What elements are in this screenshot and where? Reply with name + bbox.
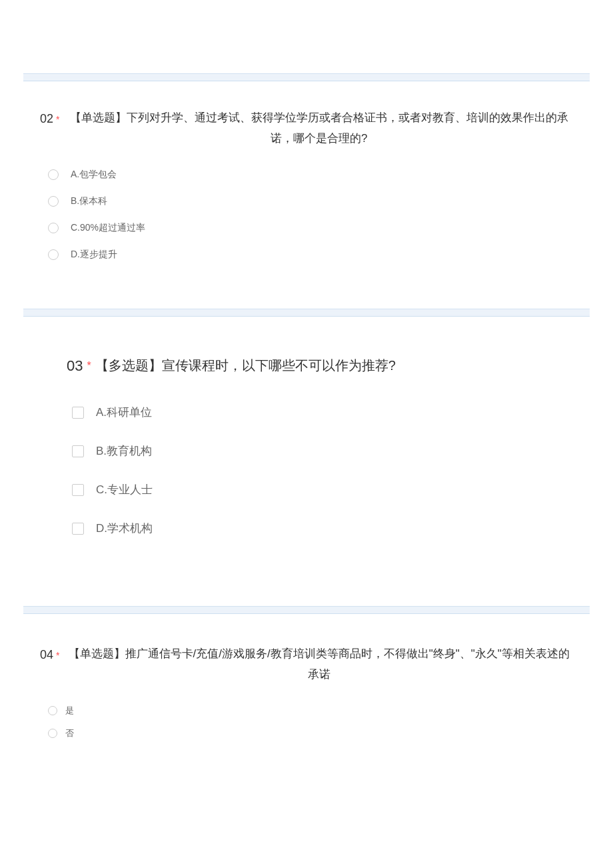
option-label: 否 (65, 727, 74, 739)
section-divider (23, 606, 590, 614)
option-label: B.保本科 (71, 195, 107, 207)
option-q2-a[interactable]: A.包学包会 (48, 169, 573, 181)
checkbox-icon (72, 407, 84, 419)
option-q2-b[interactable]: B.保本科 (48, 195, 573, 207)
question-02-number: 02* (40, 108, 62, 129)
question-04: 04* 【单选题】推广通信号卡/充值/游戏服务/教育培训类等商品时，不得做出"终… (0, 614, 613, 783)
question-04-title: 【单选题】推广通信号卡/充值/游戏服务/教育培训类等商品时，不得做出"终身"、"… (65, 644, 573, 685)
required-asterisk-icon: * (87, 360, 91, 372)
option-q3-c[interactable]: C.专业人士 (72, 482, 546, 497)
radio-icon (48, 169, 59, 180)
question-03-title: 【多选题】宣传课程时，以下哪些不可以作为推荐? (95, 357, 396, 375)
option-q4-no[interactable]: 否 (48, 727, 573, 739)
option-label: 是 (65, 705, 74, 717)
checkbox-icon (72, 523, 84, 535)
question-02-title: 【单选题】下列对升学、通过考试、获得学位学历或者合格证书，或者对教育、培训的效果… (65, 108, 573, 149)
question-02: 02* 【单选题】下列对升学、通过考试、获得学位学历或者合格证书，或者对教育、培… (0, 81, 613, 309)
option-q3-d[interactable]: D.学术机构 (72, 521, 546, 536)
question-03: 03 * 【多选题】宣传课程时，以下哪些不可以作为推荐? A.科研单位 B.教育… (0, 317, 613, 606)
question-04-header: 04* 【单选题】推广通信号卡/充值/游戏服务/教育培训类等商品时，不得做出"终… (40, 644, 573, 685)
option-q3-a[interactable]: A.科研单位 (72, 405, 546, 420)
section-divider (23, 309, 590, 317)
question-04-options: 是 否 (40, 705, 573, 739)
question-02-options: A.包学包会 B.保本科 C.90%超过通过率 D.逐步提升 (40, 169, 573, 261)
option-q3-b[interactable]: B.教育机构 (72, 443, 546, 459)
radio-icon (48, 223, 59, 233)
radio-icon (48, 196, 59, 207)
checkbox-icon (72, 484, 84, 496)
question-04-number: 04* (40, 644, 62, 665)
required-asterisk-icon: * (56, 114, 59, 125)
option-q4-yes[interactable]: 是 (48, 705, 573, 717)
required-asterisk-icon: * (56, 650, 59, 661)
option-label: A.科研单位 (96, 405, 152, 420)
question-02-header: 02* 【单选题】下列对升学、通过考试、获得学位学历或者合格证书，或者对教育、培… (40, 108, 573, 149)
option-label: C.90%超过通过率 (71, 222, 145, 234)
radio-icon (48, 706, 57, 715)
section-divider (23, 73, 590, 81)
question-03-options: A.科研单位 B.教育机构 C.专业人士 D.学术机构 (67, 405, 546, 536)
option-q2-d[interactable]: D.逐步提升 (48, 249, 573, 261)
checkbox-icon (72, 445, 84, 457)
radio-icon (48, 729, 57, 738)
radio-icon (48, 249, 59, 260)
option-label: D.逐步提升 (71, 249, 117, 261)
question-03-number: 03 (67, 357, 83, 375)
option-label: B.教育机构 (96, 443, 152, 459)
option-label: D.学术机构 (96, 521, 153, 536)
option-label: A.包学包会 (71, 169, 117, 181)
option-label: C.专业人士 (96, 482, 153, 497)
question-03-header: 03 * 【多选题】宣传课程时，以下哪些不可以作为推荐? (67, 357, 546, 375)
option-q2-c[interactable]: C.90%超过通过率 (48, 222, 573, 234)
